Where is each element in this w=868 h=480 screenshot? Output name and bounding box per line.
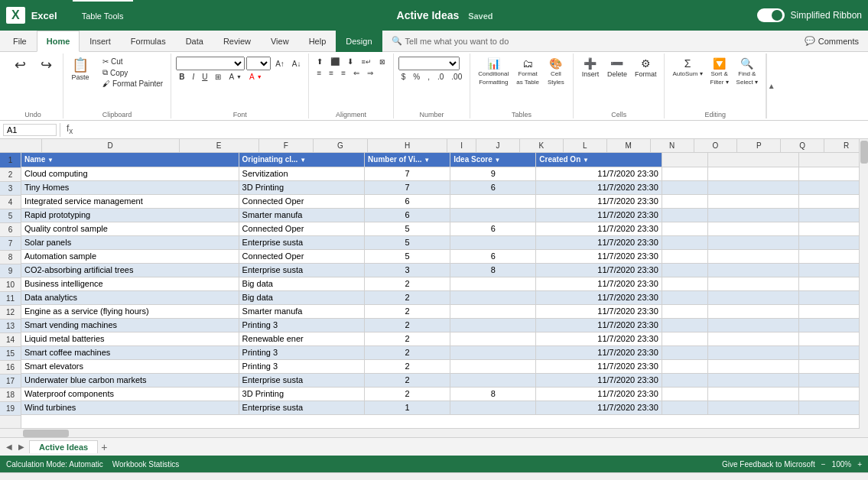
cell-votes-14[interactable]: 2	[365, 332, 450, 345]
tab-help[interactable]: Help	[299, 31, 336, 52]
table-row[interactable]: Smart vending machines Printing 3 2 11/7…	[21, 318, 868, 332]
cell-name-6[interactable]: Quality control sample	[21, 222, 239, 235]
table-row[interactable]: Cloud computing Servitization 7 9 11/7/2…	[21, 167, 868, 180]
cell-votes-4[interactable]: 6	[365, 194, 450, 208]
comma-button[interactable]: ,	[424, 72, 433, 82]
cell-date-5[interactable]: 11/7/2020 23:30	[536, 208, 662, 222]
cell-name-19[interactable]: Wind turbines	[21, 401, 239, 414]
cell-origin-17[interactable]: Enterprise susta	[239, 373, 364, 387]
header-createdon[interactable]: Created On ▼	[536, 153, 662, 167]
cell-origin-2[interactable]: Servitization	[239, 167, 364, 180]
sheet-tab-active-ideas[interactable]: Active Ideas	[29, 440, 98, 453]
table-row[interactable]: Data analytics Big data 2 11/7/2020 23:3…	[21, 290, 868, 304]
cell-score-10[interactable]	[450, 277, 536, 290]
bold-button[interactable]: B	[176, 72, 187, 82]
cell-score-7[interactable]	[450, 235, 536, 249]
cell-votes-6[interactable]: 5	[365, 222, 450, 235]
table-row[interactable]: Business intelligence Big data 2 11/7/20…	[21, 277, 868, 290]
format-painter-button[interactable]: 🖌 Format Painter	[99, 79, 166, 89]
cell-origin-12[interactable]: Smarter manufa	[239, 304, 364, 318]
cell-name-11[interactable]: Data analytics	[21, 290, 239, 304]
decrease-indent-button[interactable]: ⇐	[350, 68, 362, 78]
cell-date-19[interactable]: 11/7/2020 23:30	[536, 401, 662, 414]
redo-button[interactable]: ↪	[34, 57, 58, 73]
tab-insert[interactable]: Insert	[80, 31, 121, 52]
cell-score-3[interactable]: 6	[450, 180, 536, 194]
align-top-button[interactable]: ⬆	[314, 57, 326, 66]
cell-score-5[interactable]	[450, 208, 536, 222]
cell-votes-11[interactable]: 2	[365, 290, 450, 304]
cell-score-9[interactable]: 8	[450, 263, 536, 277]
table-row[interactable]: Wind turbines Enterprise susta 1 11/7/20…	[21, 401, 868, 414]
cell-score-17[interactable]	[450, 373, 536, 387]
cell-votes-9[interactable]: 3	[365, 263, 450, 277]
tab-data[interactable]: Data	[176, 31, 213, 52]
cell-score-12[interactable]	[450, 304, 536, 318]
cell-votes-13[interactable]: 2	[365, 318, 450, 332]
sort-filter-button[interactable]: 🔽 Sort & Filter ▾	[707, 57, 732, 87]
tab-home[interactable]: Home	[37, 31, 80, 52]
number-format-select[interactable]	[398, 57, 460, 70]
cell-score-4[interactable]	[450, 194, 536, 208]
cell-score-15[interactable]	[450, 345, 536, 359]
conditional-formatting-button[interactable]: 📊 Conditional Formatting	[475, 57, 512, 87]
zoom-out-icon[interactable]: −	[821, 460, 826, 469]
cell-name-7[interactable]: Solar panels	[21, 235, 239, 249]
insert-cells-button[interactable]: ➕ Insert	[578, 57, 603, 79]
simplified-ribbon-toggle[interactable]	[757, 8, 785, 22]
wrap-text-button[interactable]: ≡↵	[358, 57, 374, 66]
cell-votes-8[interactable]: 5	[365, 249, 450, 263]
tab-design[interactable]: Design	[336, 31, 382, 52]
cell-date-13[interactable]: 11/7/2020 23:30	[536, 318, 662, 332]
cell-date-6[interactable]: 11/7/2020 23:30	[536, 222, 662, 235]
cell-score-11[interactable]	[450, 290, 536, 304]
font-color-button[interactable]: A▼	[246, 72, 265, 82]
cell-date-14[interactable]: 11/7/2020 23:30	[536, 332, 662, 345]
paste-button[interactable]: 📋 Paste	[68, 57, 93, 83]
increase-indent-button[interactable]: ⇒	[364, 68, 376, 78]
fx-label[interactable]: fx	[63, 123, 76, 135]
cell-origin-5[interactable]: Smarter manufa	[239, 208, 364, 222]
cell-date-8[interactable]: 11/7/2020 23:30	[536, 249, 662, 263]
cell-date-4[interactable]: 11/7/2020 23:30	[536, 194, 662, 208]
percent-button[interactable]: %	[410, 72, 423, 82]
cell-origin-8[interactable]: Connected Oper	[239, 249, 364, 263]
cell-name-14[interactable]: Liquid metal batteries	[21, 332, 239, 345]
table-row[interactable]: Tiny Homes 3D Printing 7 6 11/7/2020 23:…	[21, 180, 868, 194]
increase-decimal-button[interactable]: .0	[434, 72, 447, 82]
feedback-label[interactable]: Give Feedback to Microsoft	[722, 460, 815, 469]
cell-votes-15[interactable]: 2	[365, 345, 450, 359]
italic-button[interactable]: I	[189, 72, 197, 82]
cell-date-15[interactable]: 11/7/2020 23:30	[536, 345, 662, 359]
cell-name-2[interactable]: Cloud computing	[21, 167, 239, 180]
cell-votes-10[interactable]: 2	[365, 277, 450, 290]
table-row[interactable]: Smart elevators Printing 3 2 11/7/2020 2…	[21, 359, 868, 373]
tab-formulas[interactable]: Formulas	[121, 31, 176, 52]
align-bottom-button[interactable]: ⬇	[344, 57, 356, 66]
delete-cells-button[interactable]: ➖ Delete	[604, 57, 630, 79]
increase-font-button[interactable]: A↑	[272, 59, 288, 69]
tell-me-field[interactable]: 🔍 Tell me what you want to do	[382, 31, 798, 51]
cell-name-16[interactable]: Smart elevators	[21, 359, 239, 373]
cell-date-18[interactable]: 11/7/2020 23:30	[536, 387, 662, 401]
cell-score-19[interactable]	[450, 401, 536, 414]
cell-name-9[interactable]: CO2-absorbing artificial trees	[21, 263, 239, 277]
cell-date-7[interactable]: 11/7/2020 23:30	[536, 235, 662, 249]
vertical-scrollbar[interactable]	[859, 153, 868, 428]
cell-origin-4[interactable]: Connected Oper	[239, 194, 364, 208]
cell-origin-18[interactable]: 3D Printing	[239, 387, 364, 401]
cell-name-17[interactable]: Underwater blue carbon markets	[21, 373, 239, 387]
zoom-in-icon[interactable]: +	[857, 460, 862, 469]
table-row[interactable]: Engine as a service (flying hours) Smart…	[21, 304, 868, 318]
cell-name-3[interactable]: Tiny Homes	[21, 180, 239, 194]
cell-date-17[interactable]: 11/7/2020 23:30	[536, 373, 662, 387]
fill-color-button[interactable]: A▼	[226, 72, 245, 82]
undo-button[interactable]: ↩	[8, 57, 32, 73]
cell-score-16[interactable]	[450, 359, 536, 373]
align-right-button[interactable]: ≡	[338, 68, 349, 78]
sheet-nav-right[interactable]: ▶	[15, 443, 28, 451]
cell-origin-9[interactable]: Enterprise susta	[239, 263, 364, 277]
cell-votes-7[interactable]: 5	[365, 235, 450, 249]
ribbon-collapse-button[interactable]: ▲	[766, 54, 775, 118]
format-cells-button[interactable]: ⚙ Format	[632, 57, 660, 79]
